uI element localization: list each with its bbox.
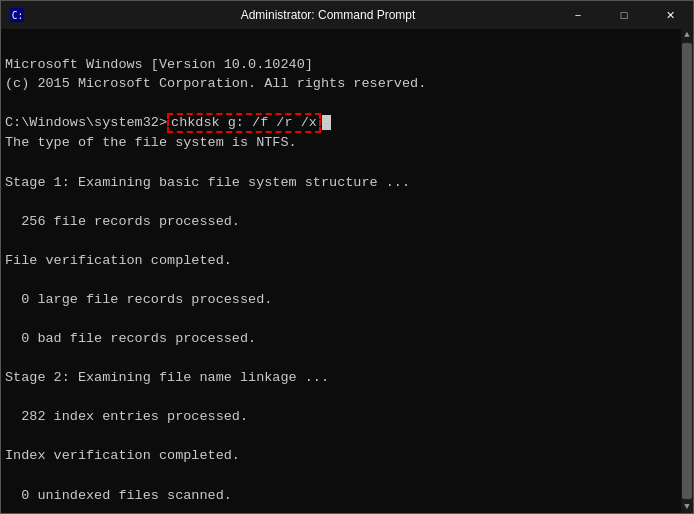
- titlebar: C: Administrator: Command Prompt − □ ✕: [1, 1, 693, 29]
- prompt-text: C:\Windows\system32>: [5, 115, 167, 130]
- line-large-records: 0 large file records processed.: [5, 292, 272, 307]
- close-button[interactable]: ✕: [647, 1, 693, 29]
- cmd-icon: C:: [9, 7, 25, 23]
- scrollbar-up-arrow[interactable]: ▲: [684, 29, 689, 41]
- window: C: Administrator: Command Prompt − □ ✕ M…: [0, 0, 694, 514]
- line-file-verif: File verification completed.: [5, 253, 232, 268]
- scrollbar-down-arrow[interactable]: ▼: [684, 501, 689, 513]
- line-ntfs: The type of the file system is NTFS.: [5, 135, 297, 150]
- line-282: 282 index entries processed.: [5, 409, 248, 424]
- minimize-button[interactable]: −: [555, 1, 601, 29]
- titlebar-title: Administrator: Command Prompt: [31, 8, 625, 22]
- prompt-with-cmd: C:\Windows\system32>chkdsk g: /f /r /x: [5, 115, 331, 130]
- line-stage1: Stage 1: Examining basic file system str…: [5, 175, 410, 190]
- line-2: (c) 2015 Microsoft Corporation. All righ…: [5, 76, 426, 91]
- command-text: chkdsk g: /f /r /x: [167, 113, 321, 133]
- console-output: Microsoft Windows [Version 10.0.10240] (…: [5, 35, 689, 513]
- line-bad-records: 0 bad file records processed.: [5, 331, 256, 346]
- console-area: Microsoft Windows [Version 10.0.10240] (…: [1, 29, 693, 513]
- maximize-button[interactable]: □: [601, 1, 647, 29]
- cursor: [322, 115, 331, 130]
- line-index-verif: Index verification completed.: [5, 448, 240, 463]
- line-stage2: Stage 2: Examining file name linkage ...: [5, 370, 329, 385]
- line-1: Microsoft Windows [Version 10.0.10240]: [5, 57, 313, 72]
- svg-text:C:: C:: [12, 10, 24, 21]
- scrollbar[interactable]: ▲ ▼: [681, 29, 693, 513]
- scrollbar-thumb[interactable]: [682, 43, 692, 499]
- line-unindexed: 0 unindexed files scanned.: [5, 488, 232, 503]
- titlebar-buttons: − □ ✕: [555, 1, 693, 29]
- line-256: 256 file records processed.: [5, 214, 240, 229]
